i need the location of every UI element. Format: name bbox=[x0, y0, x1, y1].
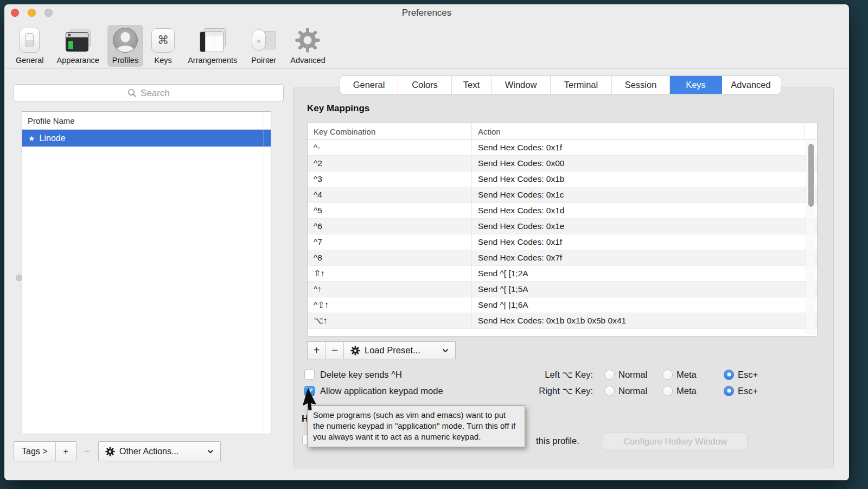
tab-text[interactable]: Text bbox=[452, 76, 492, 94]
table-row[interactable]: ^⇧↑Send ^[ [1;6A bbox=[308, 297, 817, 313]
left-option-key-group: Left ⌥ Key: Normal Meta Esc+ bbox=[500, 368, 803, 381]
table-row[interactable]: ^6Send Hex Codes: 0x1e bbox=[308, 219, 817, 234]
scrollbar-thumb[interactable] bbox=[808, 144, 814, 207]
tab-terminal[interactable]: Terminal bbox=[551, 76, 612, 94]
table-row[interactable]: ^7Send Hex Codes: 0x1f bbox=[308, 234, 817, 250]
right-option-key-label: Right ⌥ Key: bbox=[500, 386, 593, 396]
tab-advanced[interactable]: Advanced bbox=[722, 76, 780, 94]
radio-label: Esc+ bbox=[738, 386, 758, 396]
toolbar-item-arrangements[interactable]: Arrangements bbox=[183, 25, 242, 67]
load-preset-label: Load Preset... bbox=[365, 345, 420, 355]
chevron-down-icon bbox=[207, 449, 214, 454]
action-cell: Send Hex Codes: 0x1b 0x1b 0x5b 0x41 bbox=[472, 313, 817, 328]
delete-key-checkbox[interactable] bbox=[304, 370, 315, 380]
column-header-action[interactable]: Action bbox=[472, 123, 805, 139]
right-option-esc-radio[interactable]: Esc+ bbox=[724, 386, 758, 396]
action-cell: Send ^[ [1;6A bbox=[472, 297, 817, 313]
profile-row-linode[interactable]: ★ Linode bbox=[22, 130, 271, 147]
tab-window[interactable]: Window bbox=[492, 76, 551, 94]
toolbar-item-keys[interactable]: ⌘ Keys bbox=[146, 25, 180, 67]
general-switch-icon bbox=[20, 27, 40, 54]
table-row[interactable]: ^↑Send ^[ [1;5A bbox=[308, 282, 817, 297]
table-scrollbar[interactable] bbox=[806, 141, 815, 335]
toolbar-item-pointer[interactable]: Pointer bbox=[245, 25, 282, 67]
left-option-esc-radio[interactable]: Esc+ bbox=[724, 370, 758, 380]
toolbar-item-appearance[interactable]: Appearance bbox=[52, 25, 104, 67]
action-cell: Send Hex Codes: 0x1f bbox=[472, 140, 817, 155]
table-row[interactable]: ^4Send Hex Codes: 0x1c bbox=[308, 187, 817, 203]
left-option-normal-radio[interactable]: Normal bbox=[604, 370, 647, 380]
profile-list-header[interactable]: Profile Name bbox=[22, 112, 271, 130]
key-combination-cell: ^↑ bbox=[308, 282, 472, 297]
key-combination-cell: ⇧↑ bbox=[308, 266, 472, 281]
radio-label: Meta bbox=[676, 386, 697, 396]
window-title: Preferences bbox=[4, 8, 849, 18]
toolbar-item-advanced[interactable]: Advanced bbox=[285, 25, 330, 67]
profiles-person-icon bbox=[113, 27, 138, 54]
configure-hotkey-window-button[interactable]: Configure Hotkey Window bbox=[603, 432, 748, 450]
tab-general[interactable]: General bbox=[340, 76, 398, 94]
profile-list-column-divider bbox=[264, 112, 264, 434]
keypad-mode-label: Allow application keypad mode bbox=[320, 386, 443, 396]
hotkey-text-partial: this profile. bbox=[536, 436, 579, 446]
table-row[interactable]: ^2Send Hex Codes: 0x00 bbox=[308, 156, 817, 172]
radio-label: Normal bbox=[618, 386, 647, 396]
load-preset-dropdown[interactable]: Load Preset... bbox=[343, 342, 455, 359]
tab-session[interactable]: Session bbox=[612, 76, 670, 94]
remove-profile-button[interactable]: − bbox=[76, 441, 98, 461]
profile-list: Profile Name ★ Linode bbox=[22, 111, 271, 434]
arrangements-windows-icon bbox=[200, 27, 226, 54]
key-mappings-heading: Key Mappings bbox=[307, 103, 369, 114]
action-cell: Send ^[ [1;5A bbox=[472, 282, 817, 297]
toolbar-item-label: Pointer bbox=[251, 56, 276, 65]
key-combination-cell: ^⇧↑ bbox=[308, 297, 472, 313]
profile-settings-tabs: General Colors Text Window Terminal Sess… bbox=[340, 76, 781, 94]
action-cell: Send ^[ [1;2A bbox=[472, 266, 817, 281]
search-icon bbox=[127, 88, 137, 98]
remove-key-mapping-button[interactable]: − bbox=[326, 342, 343, 359]
chevron-down-icon bbox=[442, 348, 449, 353]
column-header-key-combination[interactable]: Key Combination bbox=[308, 123, 472, 139]
gear-icon bbox=[105, 447, 115, 456]
action-cell: Send Hex Codes: 0x1e bbox=[472, 219, 817, 234]
add-profile-button[interactable]: + bbox=[55, 442, 76, 461]
key-combination-cell: ^4 bbox=[308, 187, 472, 202]
table-row[interactable]: ^-Send Hex Codes: 0x1f bbox=[308, 140, 817, 156]
tags-button[interactable]: Tags > bbox=[14, 442, 55, 461]
column-header-spacer bbox=[805, 123, 817, 139]
key-combination-cell: ⌥↑ bbox=[308, 313, 472, 328]
pointer-mouse-icon bbox=[250, 27, 277, 54]
table-row[interactable]: ⇧↑Send ^[ [1;2A bbox=[308, 266, 817, 282]
radio-label: Normal bbox=[618, 370, 647, 380]
tab-keys[interactable]: Keys bbox=[670, 76, 722, 94]
toolbar-item-label: Keys bbox=[155, 56, 172, 65]
key-combination-cell: ^2 bbox=[308, 156, 472, 171]
profile-name: Linode bbox=[40, 134, 66, 143]
table-row[interactable]: ^8Send Hex Codes: 0x7f bbox=[308, 250, 817, 266]
key-combination-cell: ^3 bbox=[308, 172, 472, 187]
key-combination-cell: ^8 bbox=[308, 250, 472, 265]
toolbar-item-profiles[interactable]: Profiles bbox=[107, 25, 143, 67]
left-option-meta-radio[interactable]: Meta bbox=[662, 370, 697, 380]
delete-key-label: Delete key sends ^H bbox=[320, 370, 402, 380]
other-actions-dropdown[interactable]: Other Actions... bbox=[98, 441, 221, 461]
window-split-handle[interactable] bbox=[16, 275, 22, 281]
table-row[interactable]: ⌥↑Send Hex Codes: 0x1b 0x1b 0x5b 0x41 bbox=[308, 313, 817, 329]
key-combination-cell: ^7 bbox=[308, 234, 472, 250]
right-option-meta-radio[interactable]: Meta bbox=[662, 386, 697, 396]
action-cell: Send Hex Codes: 0x1b bbox=[472, 172, 817, 187]
tab-colors[interactable]: Colors bbox=[398, 76, 452, 94]
titlebar[interactable]: Preferences bbox=[4, 4, 849, 22]
add-key-mapping-button[interactable]: + bbox=[308, 342, 326, 359]
other-actions-label: Other Actions... bbox=[119, 447, 178, 456]
action-cell: Send Hex Codes: 0x7f bbox=[472, 250, 817, 265]
table-row[interactable]: ^5Send Hex Codes: 0x1d bbox=[308, 203, 817, 219]
key-mappings-table-header: Key Combination Action bbox=[308, 123, 817, 140]
profile-search-input[interactable]: Search bbox=[14, 84, 284, 102]
toolbar-item-label: Advanced bbox=[290, 56, 326, 65]
toolbar-item-label: Appearance bbox=[57, 56, 99, 65]
toolbar-item-general[interactable]: General bbox=[11, 25, 49, 67]
keys-command-icon: ⌘ bbox=[151, 27, 175, 54]
right-option-normal-radio[interactable]: Normal bbox=[604, 386, 647, 396]
table-row[interactable]: ^3Send Hex Codes: 0x1b bbox=[308, 172, 817, 187]
